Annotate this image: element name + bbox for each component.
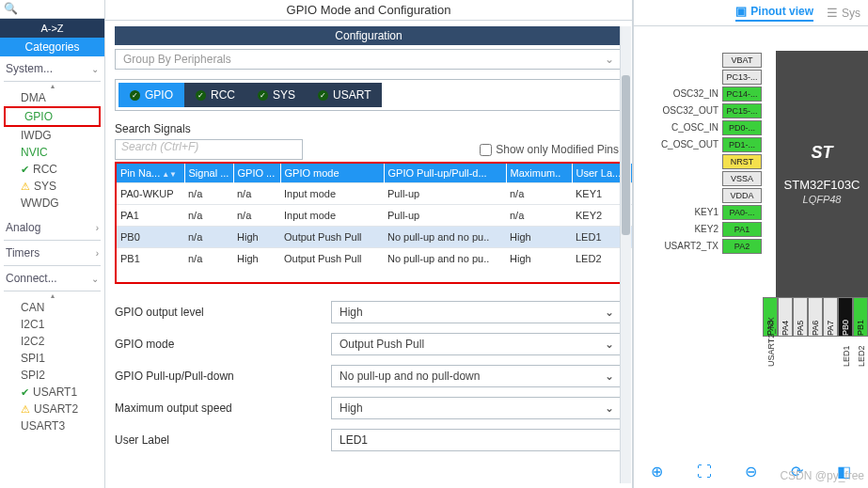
section-analog[interactable]: Analog› — [0, 215, 104, 240]
sidebar-item-i2c1[interactable]: I2C1 — [0, 316, 104, 333]
sidebar-search[interactable]: 🔍 — [0, 0, 104, 19]
pin-box[interactable]: VDDA — [722, 188, 762, 203]
cell-pin: PA1 — [117, 205, 184, 227]
tab-usart[interactable]: ✓USART — [307, 83, 382, 107]
pin-box[interactable]: PD1-... — [722, 137, 762, 152]
tab-categories[interactable]: Categories — [0, 38, 104, 56]
col-signal[interactable]: Signal ... — [184, 164, 233, 183]
scrollbar-thumb[interactable] — [622, 75, 630, 235]
pin-box[interactable]: VSSA — [722, 171, 762, 186]
col-pin[interactable]: Pin Na...▲▼ — [117, 164, 184, 183]
pin-box[interactable]: VBAT — [722, 53, 762, 68]
section-system[interactable]: System...⌄ — [0, 56, 104, 81]
center-scrollbar[interactable] — [620, 26, 631, 483]
sidebar-item-nvic[interactable]: NVIC — [0, 144, 104, 161]
chip-body: ST STM32F103C LQFP48 — [776, 51, 868, 297]
col-output[interactable]: GPIO ... — [233, 164, 280, 183]
chevron-right-icon: › — [96, 223, 99, 233]
pin-box[interactable]: PC13-... — [722, 70, 762, 85]
sidebar-item-usart3[interactable]: USART3 — [0, 417, 104, 434]
tab-system[interactable]: ☰Sys — [827, 6, 860, 20]
pin-box[interactable]: PA5 — [793, 297, 808, 337]
pin-box[interactable]: NRST — [722, 154, 762, 169]
section-timers[interactable]: Timers› — [0, 241, 104, 265]
chevron-down-icon: ⌄ — [605, 338, 614, 351]
speed-label: Maximum output speed — [115, 401, 331, 415]
pin-box[interactable]: PA6 — [808, 297, 823, 337]
sidebar-item-i2c2[interactable]: I2C2 — [0, 333, 104, 350]
signals-table: Pin Na...▲▼ Signal ... GPIO ... GPIO mod… — [117, 164, 632, 269]
gpio-mode-select[interactable]: Output Push Pull⌄ — [331, 333, 623, 355]
sidebar-item-wwdg[interactable]: WWDG — [0, 195, 104, 212]
col-mode[interactable]: GPIO mode — [280, 164, 384, 183]
view-tabs: ▣Pinout view ☰Sys — [634, 0, 868, 26]
tab-rcc[interactable]: ✓RCC — [184, 83, 246, 107]
cell-max: n/a — [506, 183, 572, 205]
tab-gpio[interactable]: ✓GPIO — [118, 83, 184, 107]
col-max[interactable]: Maximum.. — [506, 164, 572, 183]
pin-config-form: GPIO output levelHigh⌄ GPIO modeOutput P… — [115, 301, 623, 451]
pin-box[interactable]: PB0 — [838, 297, 853, 337]
sidebar-item-can[interactable]: CAN — [0, 299, 104, 316]
table-row[interactable]: PA0-WKUPn/an/aInput modePull-upn/aKEY1✓ — [117, 183, 632, 205]
cell-signal: n/a — [184, 205, 233, 227]
sidebar-item-dma[interactable]: DMA — [0, 89, 104, 106]
user-label-input[interactable]: LED1 — [331, 429, 623, 451]
speed-select[interactable]: High⌄ — [331, 397, 623, 419]
zoom-in-icon[interactable]: ⊕ — [651, 463, 663, 480]
sort-icon: ▲▼ — [162, 170, 177, 179]
pin-net-label — [778, 338, 793, 395]
list-icon: ☰ — [827, 6, 838, 20]
sidebar-item-spi2[interactable]: SPI2 — [0, 367, 104, 384]
show-modified-checkbox[interactable]: Show only Modified Pins — [480, 143, 619, 156]
cell-max: n/a — [506, 205, 572, 227]
pin-box[interactable]: PA0-... — [722, 205, 762, 220]
chevron-down-icon: ⌄ — [605, 370, 614, 383]
enabled-icon: ✔ — [21, 386, 29, 399]
pin-box[interactable]: PC15-... — [722, 103, 762, 118]
cell-mode: Input mode — [280, 205, 384, 227]
pin-box[interactable]: PD0-... — [722, 120, 762, 135]
section-connectivity[interactable]: Connect...⌄ — [0, 266, 104, 291]
pin-net-label: C_OSC_IN — [656, 122, 722, 133]
chip-canvas[interactable]: VBATPC13-...OSC32_INPC14-...OSC32_OUTPC1… — [634, 26, 868, 488]
sidebar-item-sys[interactable]: ⚠SYS — [0, 178, 104, 195]
sidebar-item-usart1[interactable]: ✔USART1 — [0, 384, 104, 401]
connect-items: ▴ CAN I2C1 I2C2 SPI1 SPI2 ✔USART1 ⚠USART… — [0, 291, 104, 438]
table-row[interactable]: PB0n/aHighOutput Push PullNo pull-up and… — [117, 227, 632, 248]
fit-icon[interactable]: ⛶ — [697, 464, 712, 480]
pin-net-label — [793, 338, 808, 395]
pin-net-label: USART2_TX — [656, 241, 722, 251]
sidebar-item-usart2[interactable]: ⚠USART2 — [0, 401, 104, 417]
pin-box[interactable]: PA4 — [778, 297, 793, 337]
sidebar-item-iwdg[interactable]: IWDG — [0, 127, 104, 144]
pin-row: PC13-... — [656, 69, 762, 85]
tab-sys[interactable]: ✓SYS — [246, 83, 307, 107]
chevron-down-icon: ⌄ — [605, 306, 614, 319]
tab-pinout[interactable]: ▣Pinout view — [735, 4, 813, 22]
pin-row: KEY2PA1 — [656, 221, 762, 237]
output-level-select[interactable]: High⌄ — [331, 301, 623, 323]
pin-box[interactable]: PA7 — [823, 297, 838, 337]
pin-box[interactable]: PC14-... — [722, 87, 762, 102]
table-row[interactable]: PA1n/an/aInput modePull-upn/aKEY2✓ — [117, 205, 632, 227]
tab-alphabetical[interactable]: A->Z — [0, 19, 104, 38]
sidebar-item-spi1[interactable]: SPI1 — [0, 350, 104, 367]
sidebar-item-rcc[interactable]: ✔RCC — [0, 161, 104, 178]
pull-label: GPIO Pull-up/Pull-down — [115, 370, 331, 383]
table-row[interactable]: PB1n/aHighOutput Push PullNo pull-up and… — [117, 248, 632, 270]
config-header: Configuration — [115, 26, 623, 45]
pull-select[interactable]: No pull-up and no pull-down⌄ — [331, 365, 623, 387]
pin-box[interactable]: PA2 — [722, 239, 762, 254]
cell-signal: n/a — [184, 248, 233, 270]
col-pull[interactable]: GPIO Pull-up/Pull-d... — [384, 164, 506, 183]
cell-pull: Pull-up — [384, 205, 506, 227]
bottom-pin-labels: USART2_RXLED1LED2 — [763, 338, 868, 395]
sidebar-item-gpio[interactable]: GPIO — [4, 106, 101, 127]
search-signals-input[interactable]: Search (Ctrl+F) — [115, 139, 303, 160]
zoom-out-icon[interactable]: ⊖ — [745, 463, 757, 480]
pin-box[interactable]: PA1 — [722, 222, 762, 237]
pin-row: VDDA — [656, 187, 762, 203]
group-by-select[interactable]: Group By Peripherals⌄ — [115, 49, 623, 70]
pin-box[interactable]: PB1 — [853, 297, 868, 337]
